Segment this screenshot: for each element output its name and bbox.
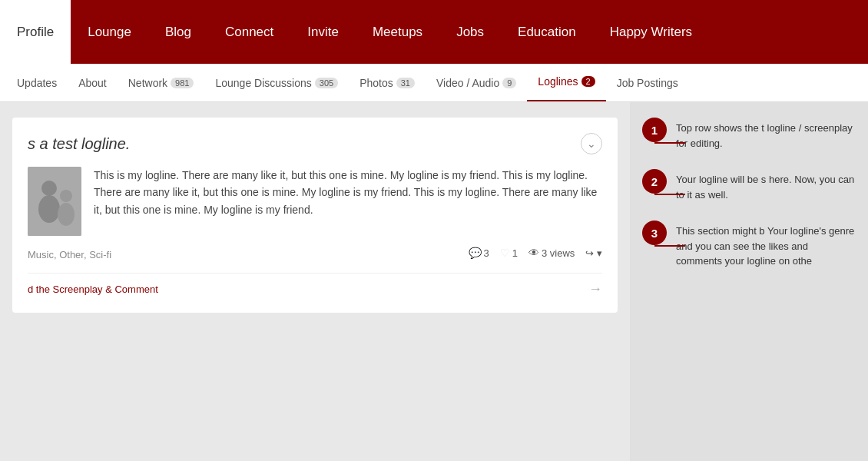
- nav-item-jobs[interactable]: Jobs: [439, 0, 501, 64]
- main-content: s a test logline. ⌄: [0, 102, 868, 461]
- lounge-badge: 305: [315, 78, 338, 88]
- subnav-video-audio[interactable]: Video / Audio 9: [426, 64, 527, 102]
- logline-body: This is my logline. There are many like …: [28, 167, 602, 236]
- comment-icon: 💬: [469, 247, 482, 259]
- logline-genres: Music, Other, Sci-fi: [28, 249, 111, 260]
- annotation-2: 2 Your logline will be s here. Now, you …: [642, 169, 856, 202]
- annotation-text-2: Your logline will be s here. Now, you ca…: [676, 169, 856, 202]
- subnav-lounge-discussions[interactable]: Lounge Discussions 305: [204, 64, 349, 102]
- annotation-text-3: This section might b Your logline's genr…: [676, 221, 856, 269]
- chevron-down-button[interactable]: ⌄: [581, 133, 602, 154]
- views-stat: 👁 3 views: [528, 247, 575, 259]
- network-badge: 981: [171, 78, 194, 88]
- sub-navigation: Updates About Network 981 Lounge Discuss…: [0, 64, 868, 102]
- nav-item-blog[interactable]: Blog: [148, 0, 208, 64]
- nav-item-education[interactable]: Education: [501, 0, 593, 64]
- annotation-bullet-1: 1: [642, 118, 667, 142]
- share-button[interactable]: ↪ ▾: [585, 247, 602, 259]
- annotation-panel: 1 Top row shows the t logline / screenpl…: [630, 102, 868, 461]
- logline-footer: d the Screenplay & Comment →: [28, 273, 602, 297]
- nav-item-connect[interactable]: Connect: [208, 0, 290, 64]
- logline-title-row: s a test logline. ⌄: [28, 133, 602, 154]
- logline-title: s a test logline.: [28, 135, 130, 153]
- eye-icon: 👁: [528, 247, 539, 259]
- logline-card: s a test logline. ⌄: [12, 118, 618, 313]
- loglines-panel: s a test logline. ⌄: [0, 102, 630, 461]
- svg-point-1: [41, 181, 57, 196]
- share-icon: ↪ ▾: [585, 247, 602, 259]
- svg-point-3: [60, 190, 72, 202]
- nav-item-invite[interactable]: Invite: [290, 0, 356, 64]
- loglines-badge: 2: [581, 76, 595, 87]
- nav-item-happy-writers[interactable]: Happy Writers: [593, 0, 709, 64]
- subnav-updates[interactable]: Updates: [6, 64, 68, 102]
- read-screenplay-link[interactable]: d the Screenplay & Comment: [28, 284, 158, 295]
- annotation-bullet-2: 2: [642, 169, 667, 194]
- svg-point-2: [38, 195, 60, 223]
- heart-icon: ♡: [500, 247, 510, 259]
- subnav-about[interactable]: About: [68, 64, 118, 102]
- next-arrow-button[interactable]: →: [588, 281, 602, 297]
- logline-thumbnail: [28, 167, 81, 236]
- logline-body-text: This is my logline. There are many like …: [94, 167, 602, 236]
- person-silhouette: [28, 167, 81, 236]
- annotation-1: 1 Top row shows the t logline / screenpl…: [642, 118, 856, 151]
- photos-badge: 31: [396, 78, 415, 88]
- thumbnail-image: [28, 167, 81, 236]
- annotation-text-1: Top row shows the t logline / screenplay…: [676, 118, 856, 151]
- logline-stats: 💬 3 ♡ 1 👁 3 views ↪ ▾: [469, 247, 602, 259]
- nav-item-profile[interactable]: Profile: [0, 0, 71, 64]
- nav-item-meetups[interactable]: Meetups: [356, 0, 439, 64]
- subnav-network[interactable]: Network 981: [118, 64, 205, 102]
- subnav-loglines[interactable]: Loglines 2: [527, 64, 605, 102]
- annotation-bullet-3: 3: [642, 221, 667, 245]
- subnav-photos[interactable]: Photos 31: [349, 64, 426, 102]
- annotation-3: 3 This section might b Your logline's ge…: [642, 221, 856, 269]
- subnav-job-postings[interactable]: Job Postings: [606, 64, 689, 102]
- top-navigation: Profile Lounge Blog Connect Invite Meetu…: [0, 0, 868, 64]
- likes-stat: ♡ 1: [500, 247, 518, 259]
- video-badge: 9: [502, 78, 516, 88]
- comments-stat: 💬 3: [469, 247, 489, 259]
- svg-point-4: [58, 203, 75, 226]
- nav-item-lounge[interactable]: Lounge: [71, 0, 148, 64]
